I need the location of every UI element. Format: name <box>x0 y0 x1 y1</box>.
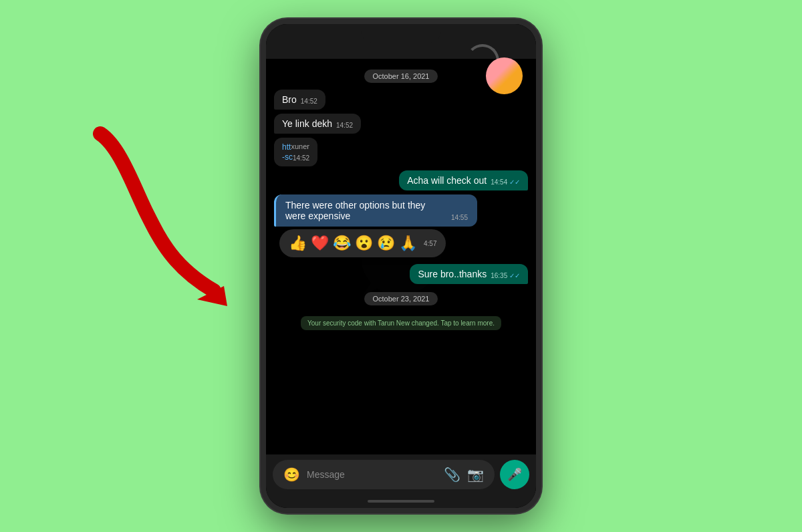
msg-time: 14:52 <box>293 154 309 162</box>
mic-icon: 🎤 <box>507 467 522 482</box>
emoji-wow: 😮 <box>355 235 373 252</box>
msg-text: There were other options but they were e… <box>285 200 447 221</box>
msg-text: Ye link dekh <box>282 118 332 129</box>
security-text: Your security code with Tarun New change… <box>301 316 501 330</box>
msg-received-link: Ye link dekh 14:52 <box>274 114 361 134</box>
msg-received-bro: Bro 14:52 <box>274 90 325 110</box>
security-notice: Your security code with Tarun New change… <box>274 316 528 330</box>
mic-button[interactable]: 🎤 <box>500 460 529 489</box>
emoji-pray: 🙏 <box>399 235 417 252</box>
camera-icon[interactable]: 📷 <box>467 467 484 483</box>
bottom-bar <box>266 495 536 508</box>
red-arrow <box>80 120 254 307</box>
msg-time: 14:52 <box>301 98 317 105</box>
date-separator-oct16: October 16, 2021 <box>274 70 528 82</box>
phone-notch <box>361 24 441 43</box>
message-input-field[interactable]: 😊 Message 📎 📷 <box>273 460 495 489</box>
emoji-reaction-bar: 👍 ❤️ 😂 😮 😢 🙏 4:57 <box>279 229 446 257</box>
msg-link-bubble: htt xuner -sc 14:52 <box>274 138 317 166</box>
msg-sent-sure: Sure bro..thanks 16:35 ✓✓ <box>410 264 528 284</box>
emoji-icon[interactable]: 😊 <box>283 467 300 483</box>
input-placeholder: Message <box>307 469 345 480</box>
emoji-heart: ❤️ <box>311 235 329 252</box>
msg-text: Sure bro..thanks <box>418 269 487 279</box>
tick-mark: ✓✓ <box>509 272 520 279</box>
chat-input-bar[interactable]: 😊 Message 📎 📷 🎤 <box>266 454 536 495</box>
chat-messages[interactable]: October 16, 2021 Bro 14:52 Ye link dekh … <box>266 59 536 454</box>
msg-time: 14:54 ✓✓ <box>491 178 520 186</box>
msg-highlighted: There were other options but they were e… <box>274 194 477 227</box>
link-text: htt <box>282 142 291 152</box>
msg-time: 14:52 <box>336 122 353 129</box>
bottom-indicator <box>368 500 434 503</box>
tick-mark: ✓✓ <box>509 178 520 186</box>
msg-time: 16:35 ✓✓ <box>491 272 520 279</box>
chat-screen: October 16, 2021 Bro 14:52 Ye link dekh … <box>266 24 536 508</box>
attach-icon[interactable]: 📎 <box>444 467 460 483</box>
link-subtext: -sc <box>282 152 293 162</box>
emoji-cry: 😢 <box>377 235 395 252</box>
phone-frame: October 16, 2021 Bro 14:52 Ye link dekh … <box>261 19 541 513</box>
msg-text: Bro <box>282 94 297 105</box>
date-separator-oct23: October 23, 2021 <box>274 292 528 304</box>
msg-text: Acha will check out <box>407 175 487 186</box>
link-source: xuner <box>291 142 310 150</box>
emoji-laugh: 😂 <box>333 235 351 252</box>
msg-time: 14:55 <box>451 214 468 221</box>
msg-sent-acha: Acha will check out 14:54 ✓✓ <box>399 170 528 190</box>
emoji-thumbsup: 👍 <box>289 235 307 252</box>
reaction-time: 4:57 <box>424 240 436 247</box>
